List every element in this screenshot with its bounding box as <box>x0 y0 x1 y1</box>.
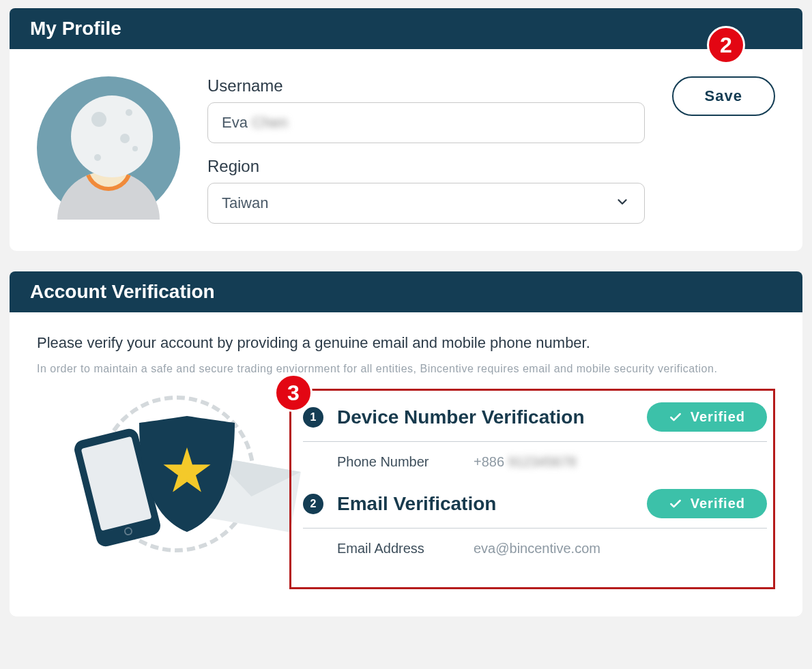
step-number-2: 2 <box>303 494 323 514</box>
username-label: Username <box>207 76 645 95</box>
verification-illustration <box>37 389 282 580</box>
check-icon <box>669 497 682 511</box>
region-value: Taiwan <box>222 194 268 211</box>
username-field-group: Username Eva Chen <box>207 76 645 143</box>
phone-number-label: Phone Number <box>337 454 446 470</box>
step-number-1: 1 <box>303 407 323 428</box>
username-value-visible: Eva <box>222 114 248 131</box>
profile-header-title: My Profile <box>30 18 782 40</box>
phone-number-value: +886 912345678 <box>474 454 577 470</box>
region-field-group: Region Taiwan <box>207 157 645 224</box>
region-select[interactable]: Taiwan <box>207 183 645 224</box>
verification-header-bar: Account Verification <box>10 271 802 312</box>
profile-header-bar: My Profile <box>10 8 802 49</box>
verification-header-title: Account Verification <box>30 281 782 303</box>
verification-card: Please verify your account by providing … <box>10 312 802 616</box>
profile-form: Username Eva Chen Region Taiwan <box>207 76 645 224</box>
device-verification-section: 1 Device Number Verification Verified Ph… <box>303 402 767 470</box>
email-address-value: eva@bincentive.com <box>474 541 600 556</box>
email-verified-badge: Verified <box>647 489 767 518</box>
annotation-badge-3: 3 <box>274 374 313 412</box>
email-verified-label: Verified <box>691 496 745 511</box>
verification-list: 3 1 Device Number Verification Verified … <box>289 389 775 589</box>
phone-number-redacted: 912345678 <box>508 454 577 470</box>
email-verification-section: 2 Email Verification Verified Email Addr… <box>303 489 767 556</box>
annotation-badge-2: 2 <box>707 26 745 64</box>
device-verified-badge: Verified <box>647 402 767 432</box>
device-verified-label: Verified <box>691 409 745 425</box>
save-button[interactable]: Save <box>672 76 775 116</box>
username-input[interactable]: Eva Chen <box>207 102 645 143</box>
verification-subtext: In order to maintain a safe and secure t… <box>37 363 775 375</box>
verification-intro: Please verify your account by providing … <box>37 334 775 352</box>
device-verification-title: Device Number Verification <box>337 406 633 428</box>
email-verification-title: Email Verification <box>337 493 633 515</box>
check-icon <box>669 411 682 424</box>
avatar <box>37 76 180 220</box>
profile-card: Username Eva Chen Region Taiwan <box>10 49 802 251</box>
region-label: Region <box>207 157 645 176</box>
email-address-label: Email Address <box>337 541 446 556</box>
username-value-redacted: Chen <box>252 114 288 132</box>
